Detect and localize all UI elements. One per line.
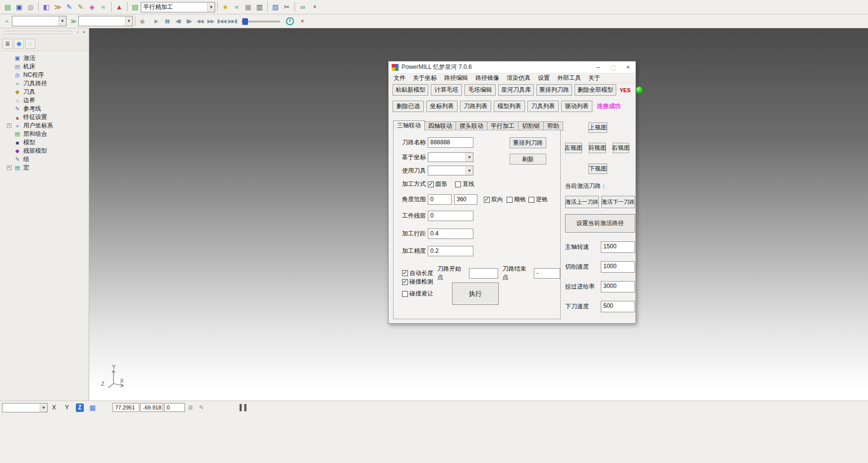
view-right-button[interactable]: 右视图 — [613, 143, 629, 153]
transport-button[interactable]: ▮◀◀ — [217, 16, 227, 26]
clock-icon[interactable] — [286, 17, 294, 25]
tree-item[interactable]: ◆ 残留模型 — [3, 147, 89, 155]
drive-list-button[interactable]: 驱动列表 — [561, 101, 592, 112]
list-icon[interactable]: ≣ — [188, 404, 193, 411]
model-list-button[interactable]: 模型列表 — [494, 101, 525, 112]
scissors-icon[interactable]: ✂ — [281, 1, 292, 13]
activate-next-toolpath-button[interactable]: 激活下一刀路 — [601, 196, 635, 208]
toolpath-list-button[interactable]: 刀路列表 — [460, 101, 491, 112]
transport-button[interactable]: ▶ — [151, 16, 161, 26]
spindle-speed-input[interactable]: 1500 — [601, 241, 635, 253]
coord-combobox[interactable]: ▼ — [428, 152, 473, 162]
boundary-icon[interactable]: ◈ — [86, 1, 98, 13]
activate-prev-toolpath-button[interactable]: 激活上一刀路 — [565, 196, 599, 208]
close-icon[interactable]: × — [621, 61, 636, 73]
close-icon[interactable]: × — [81, 29, 87, 36]
block-icon[interactable]: ◧ — [41, 1, 52, 13]
strategy-list-icon[interactable]: ▤ — [129, 1, 141, 13]
tree-item[interactable]: ▲ 特征设置 — [3, 113, 89, 121]
tree-item[interactable]: ▤ 机床 — [3, 62, 89, 71]
lightbulb-icon[interactable]: ◉ — [137, 16, 147, 26]
tool-list-button[interactable]: 刀具列表 — [527, 101, 559, 112]
chevron-down-icon[interactable]: ▼ — [465, 153, 473, 162]
tree-expander[interactable]: + — [7, 166, 11, 170]
line-checkbox[interactable]: 直线 — [455, 180, 474, 188]
view-bottom-button[interactable]: 下视图 — [588, 164, 607, 174]
set-active-path-button[interactable]: 设置当前激活路径 — [565, 214, 635, 232]
maximize-icon[interactable]: ▢ — [606, 61, 621, 73]
minimize-icon[interactable]: – — [591, 61, 606, 73]
tab-3axis[interactable]: 三轴联动 — [393, 120, 425, 131]
tree-item[interactable]: ◆ 刀具 — [3, 88, 89, 96]
drag-grip[interactable] — [3, 31, 72, 34]
chevron-down-icon[interactable]: ▼ — [40, 404, 47, 412]
angle-to-input[interactable]: 360 — [454, 194, 477, 205]
toolpath-combobox[interactable]: ▼ — [78, 16, 133, 26]
strategy-preset-combobox[interactable]: 平行精加工 ▼ — [141, 2, 215, 12]
skim-feed-input[interactable]: 3000 — [601, 281, 635, 292]
stock-input[interactable]: 0 — [428, 211, 473, 221]
bidirectional-checkbox[interactable]: 双向 — [484, 195, 503, 204]
explorer-tree-icon[interactable]: ≣ — [2, 39, 12, 49]
tree-item[interactable]: ✎ 组 — [3, 155, 89, 164]
rearrange-toolpaths-button[interactable]: 重排列刀路 — [510, 137, 546, 148]
collision-detect-checkbox[interactable]: 碰撞检测 — [402, 278, 433, 286]
menu-path-mirror[interactable]: 路径镜像 — [475, 74, 499, 82]
stepover-input[interactable]: 0.4 — [428, 229, 473, 239]
menu-file[interactable]: 文件 — [394, 74, 405, 82]
execute-button[interactable]: 执行 — [452, 283, 499, 305]
tree-item[interactable]: ■ 模型 — [3, 138, 89, 147]
reorder-toolpaths-button[interactable]: 重排列刀路 — [536, 84, 572, 96]
tree-item[interactable]: + + 用户坐标系 — [3, 121, 89, 130]
calculator-icon[interactable]: ▥ — [254, 1, 265, 13]
panel-header[interactable]: ▫ × — [0, 28, 89, 36]
coord-x-input[interactable]: 77.2951 — [113, 403, 139, 412]
view-front-button[interactable]: 前视图 — [589, 143, 606, 153]
grid-icon[interactable]: ▦ — [89, 404, 96, 411]
pin-icon[interactable]: ▫ — [74, 29, 81, 36]
collision-avoid-checkbox[interactable]: 碰撞避让 — [402, 289, 433, 298]
tool-combobox[interactable]: ▼ — [428, 166, 473, 175]
tree-item[interactable]: ✎ 参考线 — [3, 105, 89, 113]
tree-item[interactable]: ◎ NC程序 — [3, 71, 89, 79]
coord-list-button[interactable]: 坐标列表 — [426, 101, 458, 112]
toolpath-name-input[interactable]: 888888 — [428, 137, 473, 148]
toolbar-close-icon[interactable]: × — [310, 2, 319, 11]
menu-render-sim[interactable]: 渲染仿真 — [507, 74, 530, 82]
chevron-down-icon[interactable]: ▼ — [207, 2, 215, 12]
start-point-input[interactable] — [469, 268, 499, 279]
menu-about[interactable]: 关于 — [588, 74, 600, 82]
tree-item[interactable]: ○ 边界 — [3, 96, 89, 105]
axis-x-button[interactable]: X — [50, 404, 58, 412]
statistics-icon[interactable]: ≈ — [231, 1, 242, 13]
pick-cursor-icon[interactable]: ✎ — [199, 404, 204, 411]
tree-item[interactable]: ▤ 层和组合 — [3, 130, 89, 138]
tree-item[interactable]: + ▤ 宏 — [3, 164, 89, 172]
transport-button[interactable]: ▮▶ — [184, 16, 194, 26]
statusbar-combobox[interactable]: ▼ — [2, 403, 48, 412]
coord-z-input[interactable]: 0 — [164, 403, 185, 412]
tool-create-icon[interactable]: ✎ — [75, 1, 86, 13]
tree-item[interactable]: ≈ 刀具路径 — [3, 79, 89, 88]
toolpath-create-icon[interactable]: ✎ — [63, 1, 75, 13]
menu-coords[interactable]: 关于坐标 — [413, 74, 437, 82]
levels-combobox[interactable]: ▼ — [12, 16, 66, 26]
view-left-button[interactable]: 左视图 — [565, 143, 582, 153]
cutting-feed-input[interactable]: 1000 — [601, 261, 635, 273]
plane-icon[interactable]: ▦ — [242, 1, 254, 13]
levels-icon[interactable]: ≈ — [2, 16, 12, 26]
simulation-icon[interactable]: ▲ — [114, 1, 125, 13]
simulation-speed-slider[interactable] — [241, 17, 280, 25]
tool-library-button[interactable]: 星河刀具库 — [498, 84, 534, 96]
paste-new-model-button[interactable]: 粘贴新模型 — [393, 84, 428, 96]
pattern-icon[interactable]: ≈ — [98, 1, 109, 13]
split-view-icon[interactable]: ▌▌ — [239, 404, 249, 411]
menu-settings[interactable]: 设置 — [538, 74, 550, 82]
globe-icon[interactable]: ◉ — [14, 39, 24, 49]
chevron-down-icon[interactable]: ▼ — [125, 16, 132, 26]
angle-from-input[interactable]: 0 — [428, 194, 452, 205]
transport-button[interactable]: ▶▶ — [206, 16, 216, 26]
axis-y-button[interactable]: Y — [63, 404, 71, 412]
auto-length-checkbox[interactable]: 自动长度 — [402, 269, 433, 278]
toolbar-close-icon[interactable]: × — [298, 17, 307, 26]
